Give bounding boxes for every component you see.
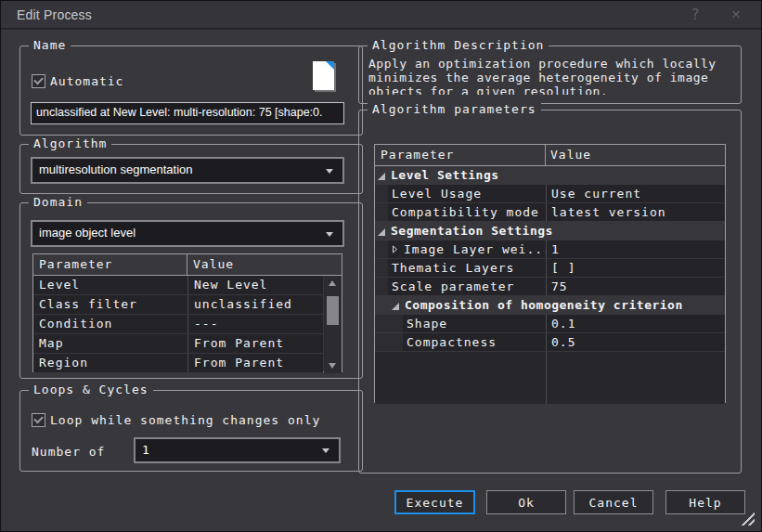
row-gutter	[375, 333, 403, 351]
table-row[interactable]: Level Usage Use current	[375, 185, 725, 202]
table-row[interactable]: Thematic Layers [ ]	[375, 259, 725, 277]
automatic-checkbox[interactable]	[32, 74, 45, 88]
domain-header-parameter: Parameter	[33, 254, 187, 275]
row-gutter	[375, 259, 388, 277]
table-row[interactable]: Level New Level	[33, 276, 323, 294]
vertical-scrollbar[interactable]	[324, 276, 342, 373]
table-row[interactable]: Class filter unclassified	[33, 295, 323, 314]
parameters-group: Algorithm parameters Parameter Value Lev…	[358, 110, 742, 474]
params-header-parameter: Parameter	[375, 145, 546, 165]
row-parameter: Region	[33, 354, 187, 372]
row-parameter: Level	[33, 276, 187, 294]
description-line: objects for a given resolution.	[368, 84, 735, 95]
execute-button[interactable]: Execute	[394, 490, 475, 514]
domain-group-title: Domain	[29, 195, 87, 209]
row-value: Use current	[546, 185, 725, 202]
titlebar: Edit Process ? ×	[1, 1, 761, 30]
table-row[interactable]: Compactness 0.5	[375, 333, 725, 351]
scrollbar-thumb[interactable]	[327, 296, 339, 325]
tree-expanded-icon[interactable]	[378, 222, 385, 240]
parameters-table: Parameter Value Level Settings Level Usa…	[374, 144, 726, 403]
params-header-value: Value	[546, 145, 725, 165]
arrow-up-icon	[329, 280, 336, 286]
process-name-value: unclassified at New Level: multi-resolut…	[32, 103, 343, 119]
row-parameter: Map	[33, 334, 187, 353]
row-parameter: Scale parameter	[388, 278, 546, 295]
tree-collapsed-icon[interactable]	[392, 240, 398, 258]
algorithm-group-title: Algorithm	[29, 136, 111, 150]
algorithm-dropdown[interactable]: multiresolution segmentation	[31, 157, 344, 184]
description-line: minimizes the average heterogeneity of i…	[368, 71, 735, 84]
help-button[interactable]: Help	[665, 490, 745, 514]
arrow-down-icon	[329, 363, 336, 369]
table-empty-area	[375, 352, 725, 404]
group-row-segmentation-settings[interactable]: Segmentation Settings	[375, 222, 725, 240]
domain-table-body: Level New Level Class filter unclassifie…	[33, 276, 342, 373]
loops-group: Loops & Cycles Loop while something chan…	[19, 390, 363, 472]
check-icon	[33, 75, 44, 85]
table-row[interactable]: Image Layer wei... 1	[375, 240, 725, 258]
scroll-down-button[interactable]	[324, 358, 342, 373]
check-icon	[33, 414, 44, 424]
table-row[interactable]: Region From Parent	[33, 354, 323, 372]
parameters-table-header: Parameter Value	[375, 145, 725, 166]
chevron-down-icon	[326, 232, 333, 237]
row-value: From Parent	[187, 354, 323, 372]
table-row[interactable]: Scale parameter 75	[375, 278, 725, 295]
row-parameter: Class filter	[33, 295, 187, 314]
table-row[interactable]: Condition ---	[33, 315, 323, 333]
domain-header-value: Value	[187, 254, 342, 275]
row-value: ---	[187, 315, 323, 333]
row-gutter	[375, 203, 388, 221]
row-value: 0.1	[546, 315, 725, 332]
row-value: latest version	[546, 203, 725, 221]
row-value: [ ]	[546, 259, 725, 277]
name-group-title: Name	[29, 38, 71, 52]
loop-checkbox[interactable]	[32, 413, 45, 427]
chevron-down-icon	[322, 448, 329, 453]
row-parameter: Thematic Layers	[388, 259, 546, 277]
description-group: Algorithm Description Apply an optimizat…	[358, 45, 742, 104]
ok-button[interactable]: Ok	[486, 490, 566, 514]
cancel-button[interactable]: Cancel	[574, 490, 653, 514]
document-fold-icon	[326, 61, 334, 70]
automatic-label: Automatic	[50, 74, 123, 88]
row-value: 75	[546, 278, 725, 295]
row-parameter-text: Image Layer wei...	[404, 242, 546, 256]
parameters-table-body: Level Settings Level Usage Use current C…	[375, 166, 725, 404]
close-icon[interactable]: ×	[723, 1, 749, 30]
number-of-label: Number of	[32, 445, 105, 459]
parameters-group-title: Algorithm parameters	[368, 102, 541, 116]
domain-selected: image object level	[32, 222, 342, 240]
row-parameter: Level Usage	[388, 185, 546, 202]
algorithm-group: Algorithm multiresolution segmentation	[19, 144, 363, 194]
loops-group-title: Loops & Cycles	[29, 383, 153, 396]
loop-label: Loop while something changes only	[50, 413, 320, 427]
number-of-combobox[interactable]: 1	[134, 437, 341, 463]
row-value: 1	[546, 240, 725, 258]
domain-dropdown[interactable]: image object level	[31, 220, 344, 247]
row-gutter	[375, 315, 403, 332]
tree-expanded-icon[interactable]	[378, 166, 385, 184]
domain-group: Domain image object level Parameter Valu…	[19, 202, 363, 379]
group-label: Level Settings	[391, 166, 499, 184]
group-label: Composition of homogeneity criterion	[405, 296, 683, 314]
table-row[interactable]: Map From Parent	[33, 334, 323, 353]
table-row[interactable]: Compatibility mode latest version	[375, 203, 725, 221]
description-line: Apply an optimization procedure which lo…	[368, 57, 735, 71]
row-parameter: Image Layer wei...	[388, 240, 546, 258]
empty-parameter-column	[375, 352, 546, 404]
number-of-value: 1	[136, 439, 339, 457]
new-document-icon[interactable]	[313, 61, 334, 90]
scroll-up-button[interactable]	[324, 276, 342, 291]
tree-expanded-icon[interactable]	[392, 296, 399, 314]
chevron-down-icon	[326, 169, 333, 174]
group-row-level-settings[interactable]: Level Settings	[375, 166, 725, 184]
row-parameter: Shape	[403, 315, 546, 332]
description-group-title: Algorithm Description	[368, 38, 549, 52]
process-name-field[interactable]: unclassified at New Level: multi-resolut…	[31, 102, 344, 124]
domain-table: Parameter Value Level New Level Class fi…	[32, 253, 342, 372]
table-row[interactable]: Shape 0.1	[375, 315, 725, 332]
group-row-composition[interactable]: Composition of homogeneity criterion	[375, 296, 725, 314]
help-icon[interactable]: ?	[683, 1, 707, 30]
